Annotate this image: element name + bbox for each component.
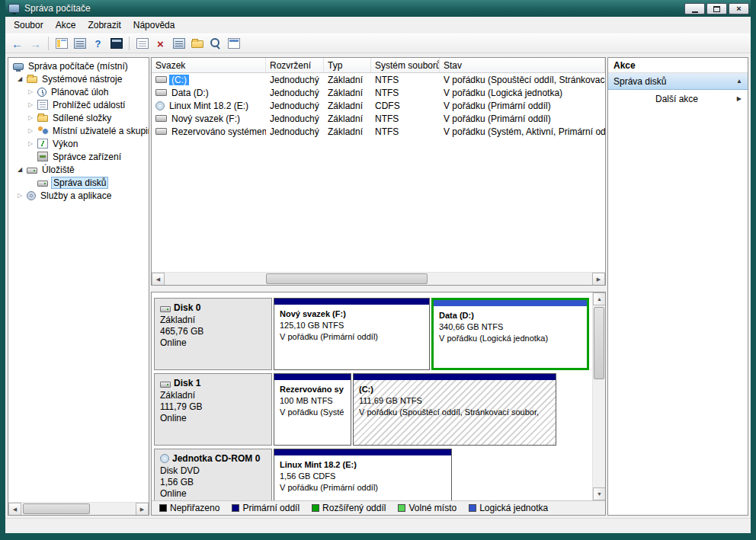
maximize-button[interactable] — [706, 3, 727, 14]
console-tree: Správa počítače (místní) ◢ Systémové nás… — [8, 58, 149, 502]
scrollbar-track[interactable] — [165, 273, 592, 285]
legend-item-extended-partition: Rozšířený oddíl — [312, 503, 386, 513]
menu-zobrazit[interactable]: Zobrazit — [82, 17, 127, 34]
tree-item-device-manager[interactable]: Správce zařízení — [8, 150, 149, 163]
menu-akce[interactable]: Akce — [50, 17, 82, 34]
expand-icon[interactable]: ▷ — [18, 193, 27, 199]
tree-item-disk-management[interactable]: Správa disků — [8, 176, 149, 189]
forward-icon: → — [30, 38, 41, 50]
tree-item-task-scheduler[interactable]: ▷ Plánovač úloh — [8, 85, 149, 98]
column-header-stav[interactable]: Stav — [440, 58, 605, 72]
graphical-view-vertical-scrollbar[interactable]: ▲ ▼ — [592, 292, 605, 500]
scroll-left-button[interactable]: ◀ — [8, 503, 21, 516]
volume-row-linux-mint-e[interactable]: Linux Mint 18.2 (E:) Jednoduchý Základní… — [152, 99, 605, 112]
volume-fs: CDFS — [371, 101, 440, 111]
scroll-right-button[interactable]: ▶ — [592, 273, 605, 286]
menu-napoveda[interactable]: Nápověda — [127, 17, 181, 34]
tree-item-services-applications[interactable]: ▷ Služby a aplikace — [8, 189, 149, 202]
scrollbar-thumb[interactable] — [23, 503, 90, 514]
column-header-rozvrzeni[interactable]: Rozvržení — [266, 58, 324, 72]
column-header-typ[interactable]: Typ — [324, 58, 371, 72]
tree-item-system-tools[interactable]: ◢ Systémové nástroje — [8, 72, 149, 85]
tree-horizontal-scrollbar[interactable]: ◀ ▶ — [8, 502, 149, 515]
partition-c-selected[interactable]: (C:) 111,69 GB NTFS V pořádku (Spouštěcí… — [353, 373, 556, 446]
open-folder-icon — [191, 40, 203, 48]
tree-item-storage[interactable]: ◢ Úložiště — [8, 163, 149, 176]
disk-name: Disk 1 — [174, 378, 200, 388]
disk-row-cdrom0: Jednotka CD-ROM 0 Disk DVD 1,56 GB Onlin… — [154, 449, 592, 500]
new-window-button[interactable] — [225, 36, 242, 52]
tree-item-label: Služby a aplikace — [39, 190, 113, 201]
console-window-icon — [111, 38, 123, 49]
drive-icon — [155, 115, 167, 122]
drive-icon — [155, 89, 167, 96]
volume-name: Linux Mint 18.2 (E:) — [167, 101, 251, 111]
partition-data-d[interactable]: Data (D:) 340,66 GB NTFS V pořádku (Logi… — [431, 298, 589, 370]
scroll-up-button[interactable]: ▲ — [593, 292, 605, 305]
volume-fs: NTFS — [371, 88, 440, 98]
help-button[interactable]: ? — [89, 36, 107, 52]
column-header-system-souboru[interactable]: Systém souborů — [371, 58, 440, 72]
partition-name: Nový svazek (F:) — [280, 308, 424, 320]
expand-icon[interactable]: ▷ — [28, 89, 37, 95]
disk-icon — [160, 306, 171, 312]
collapse-expander-icon[interactable]: ◢ — [18, 76, 27, 82]
tree-item-label: Prohlížeč událostí — [51, 100, 127, 110]
volume-list-horizontal-scrollbar[interactable]: ◀ ▶ — [152, 272, 605, 285]
scrollbar-track[interactable] — [21, 503, 136, 515]
scrollbar-thumb[interactable] — [594, 307, 604, 379]
export-list-button[interactable] — [133, 36, 151, 52]
scroll-left-button[interactable]: ◀ — [152, 273, 165, 286]
disk0-info-box[interactable]: Disk 0 Základní 465,76 GB Online — [154, 298, 272, 370]
menu-soubor[interactable]: Soubor — [8, 17, 50, 34]
console-tree-icon — [56, 38, 68, 49]
column-header-svazek[interactable]: Svazek — [152, 58, 266, 72]
actions-disk-management-section[interactable]: Správa disků ▲ — [608, 73, 748, 90]
volume-layout: Jednoduchý — [266, 88, 324, 98]
show-console-tree-button[interactable] — [53, 36, 70, 52]
partition-legend: Nepřiřazeno Primární oddíl Rozšířený odd… — [152, 500, 605, 515]
new-window-icon — [228, 38, 240, 49]
partition-rezervovano-systemem[interactable]: Rezervováno sy 100 MB NTFS V pořádku (Sy… — [274, 373, 351, 446]
properties-button[interactable] — [71, 36, 88, 52]
collapse-expander-icon[interactable]: ◢ — [18, 167, 27, 173]
partition-novy-svazek-f[interactable]: Nový svazek (F:) 125,10 GB NTFS V pořádk… — [274, 298, 430, 370]
attributes-button[interactable] — [170, 36, 187, 52]
tree-item-event-viewer[interactable]: ▷ Prohlížeč událostí — [8, 98, 149, 111]
tree-item-local-users-groups[interactable]: ▷ Místní uživatelé a skupin — [8, 124, 149, 137]
scroll-down-button[interactable]: ▼ — [593, 487, 605, 500]
forward-button[interactable]: → — [27, 36, 44, 52]
delete-button[interactable]: × — [152, 36, 169, 52]
tree-item-computer-management[interactable]: Správa počítače (místní) — [8, 59, 149, 72]
expand-icon[interactable]: ▷ — [28, 141, 37, 147]
close-button[interactable]: × — [729, 3, 749, 14]
view-button[interactable] — [207, 36, 224, 52]
scrollbar-thumb[interactable] — [266, 273, 428, 284]
back-button[interactable]: ← — [8, 36, 26, 52]
scroll-right-button[interactable]: ▶ — [136, 503, 149, 516]
tree-item-performance[interactable]: ▷ Výkon — [8, 137, 149, 150]
cdrom0-info-box[interactable]: Jednotka CD-ROM 0 Disk DVD 1,56 GB Onlin… — [154, 449, 272, 500]
scrollbar-track[interactable] — [593, 305, 605, 487]
partition-color-strip — [354, 374, 556, 380]
expand-icon[interactable]: ▷ — [28, 128, 37, 134]
partition-color-strip — [274, 374, 351, 380]
panel-splitter[interactable] — [151, 286, 606, 292]
volume-row-novy-svazek-f[interactable]: Nový svazek (F:) Jednoduchý Základní NTF… — [152, 112, 605, 125]
expand-icon[interactable]: ▷ — [28, 102, 37, 108]
collapse-section-icon[interactable]: ▲ — [736, 78, 742, 85]
partition-linux-mint-e[interactable]: Linux Mint 18.2 (E:) 1,56 GB CDFS V pořá… — [274, 449, 452, 500]
titlebar[interactable]: Správa počítače × — [5, 0, 751, 17]
open-folder-button[interactable] — [188, 36, 206, 52]
expand-icon[interactable]: ▷ — [28, 115, 37, 121]
volume-row-data-d[interactable]: Data (D:) Jednoduchý Základní NTFS V poř… — [152, 86, 605, 99]
volume-name-selected: (C:) — [169, 75, 189, 85]
console-window-button[interactable] — [107, 36, 125, 52]
actions-more-item[interactable]: Další akce ▶ — [608, 90, 748, 108]
volume-row-c[interactable]: (C:) Jednoduchý Základní NTFS V pořádku … — [152, 73, 605, 86]
tree-item-shared-folders[interactable]: ▷ Sdílené složky — [8, 111, 149, 124]
disk1-info-box[interactable]: Disk 1 Základní 111,79 GB Online — [154, 373, 272, 446]
volume-row-rezervovano-systemem[interactable]: Rezervováno systémem Jednoduchý Základní… — [152, 125, 605, 138]
cd-icon — [155, 101, 165, 110]
minimize-button[interactable] — [684, 3, 705, 14]
